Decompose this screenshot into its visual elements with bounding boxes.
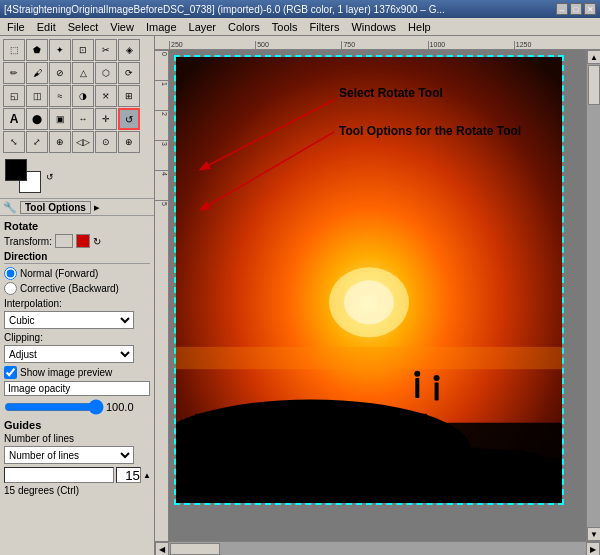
guide-line-input[interactable] bbox=[4, 467, 114, 483]
scale-tool[interactable]: ⤢ bbox=[26, 131, 48, 153]
corrective-backward-option[interactable]: Corrective (Backward) bbox=[4, 282, 150, 295]
guide-angle-input[interactable] bbox=[116, 467, 141, 483]
opacity-value: 100.0 bbox=[106, 401, 134, 413]
menu-item-edit[interactable]: Edit bbox=[32, 20, 61, 34]
by-color-tool[interactable]: ◈ bbox=[118, 39, 140, 61]
move-tool[interactable]: ✛ bbox=[95, 108, 117, 130]
ruler-left-mark-0: 0 bbox=[155, 50, 168, 80]
ruler-left-mark-3: 3 bbox=[155, 140, 168, 170]
menu-item-layer[interactable]: Layer bbox=[184, 20, 222, 34]
ruler-mark-1250: 1250 bbox=[514, 41, 600, 49]
clone-tool[interactable]: ⟳ bbox=[118, 62, 140, 84]
airbrush-tool[interactable]: △ bbox=[72, 62, 94, 84]
smudge-tool[interactable]: ⤧ bbox=[95, 85, 117, 107]
ruler-left: 0 1 2 3 4 5 bbox=[155, 50, 169, 541]
normal-forward-radio[interactable] bbox=[4, 267, 17, 280]
foreground-color-swatch[interactable] bbox=[5, 159, 27, 181]
image-opacity-row: Image opacity bbox=[4, 381, 150, 396]
rotate-tool[interactable]: ↺ bbox=[118, 108, 140, 130]
tool-options-label[interactable]: Tool Options bbox=[20, 201, 91, 214]
scroll-track[interactable] bbox=[587, 64, 600, 527]
eraser-tool[interactable]: ⊘ bbox=[49, 62, 71, 84]
up-arrow-icon[interactable]: ▲ bbox=[143, 471, 151, 480]
scroll-up-button[interactable]: ▲ bbox=[587, 50, 600, 64]
transform-icon-2[interactable] bbox=[76, 234, 90, 248]
h-scroll-track[interactable] bbox=[169, 542, 586, 555]
tool-icon: 🔧 bbox=[3, 201, 17, 214]
transform-icon-1[interactable] bbox=[55, 234, 73, 248]
show-preview-checkbox[interactable] bbox=[4, 366, 17, 379]
ruler-left-mark-5: 5 bbox=[155, 200, 168, 230]
menu-item-file[interactable]: File bbox=[2, 20, 30, 34]
scroll-right-button[interactable]: ▶ bbox=[586, 542, 600, 555]
default-colors-icon[interactable]: ↺ bbox=[46, 172, 54, 182]
shear-tool[interactable]: ⊕ bbox=[49, 131, 71, 153]
direction-radio-group: Normal (Forward) Corrective (Backward) bbox=[4, 267, 150, 295]
color-picker-tool[interactable]: ⊙ bbox=[95, 131, 117, 153]
corrective-backward-radio[interactable] bbox=[4, 282, 17, 295]
interpolation-select[interactable]: Cubic bbox=[4, 311, 134, 329]
clipping-select[interactable]: Adjust bbox=[4, 345, 134, 363]
ruler-top: 250 500 750 1000 1250 bbox=[155, 36, 600, 50]
ruler-left-mark-4: 4 bbox=[155, 170, 168, 200]
window-controls[interactable]: – □ ✕ bbox=[556, 3, 596, 15]
scroll-thumb[interactable] bbox=[588, 65, 600, 105]
opacity-slider[interactable] bbox=[4, 399, 104, 415]
ruler-left-mark-1: 1 bbox=[155, 80, 168, 110]
menu-item-colors[interactable]: Colors bbox=[223, 20, 265, 34]
paintbrush-tool[interactable]: 🖌 bbox=[26, 62, 48, 84]
blur-tool[interactable]: ≈ bbox=[49, 85, 71, 107]
vertical-scrollbar[interactable]: ▲ ▼ bbox=[586, 50, 600, 541]
minimize-button[interactable]: – bbox=[556, 3, 568, 15]
horizontal-scrollbar[interactable]: ◀ ▶ bbox=[155, 541, 600, 555]
menu-item-tools[interactable]: Tools bbox=[267, 20, 303, 34]
scissors-tool[interactable]: ✂ bbox=[95, 39, 117, 61]
close-button[interactable]: ✕ bbox=[584, 3, 596, 15]
ruler-left-marks: 0 1 2 3 4 5 bbox=[155, 50, 168, 230]
dodge-burn-tool[interactable]: ◑ bbox=[72, 85, 94, 107]
transform-row: Transform: ↻ bbox=[4, 234, 150, 248]
heal-tool[interactable]: ◱ bbox=[3, 85, 25, 107]
tool-options-expand-icon[interactable]: ▸ bbox=[94, 201, 100, 214]
canvas-viewport[interactable]: Select Rotate Tool Tool Options for the … bbox=[169, 50, 586, 541]
number-of-lines-select[interactable]: Number of lines bbox=[4, 446, 134, 464]
title-text: [4StraighteningOriginalImageBeforeDSC_07… bbox=[4, 4, 445, 15]
transform-icon-3[interactable]: ↻ bbox=[93, 236, 101, 247]
flip-tool[interactable]: ◁▷ bbox=[72, 131, 94, 153]
scroll-left-button[interactable]: ◀ bbox=[155, 542, 169, 555]
ink-tool[interactable]: ⬡ bbox=[95, 62, 117, 84]
menu-item-image[interactable]: Image bbox=[141, 20, 182, 34]
perspective-clone-tool[interactable]: ◫ bbox=[26, 85, 48, 107]
rotate-section-title: Rotate bbox=[4, 220, 150, 232]
maximize-button[interactable]: □ bbox=[570, 3, 582, 15]
bucket-fill-tool[interactable]: ⬤ bbox=[26, 108, 48, 130]
h-scroll-thumb[interactable] bbox=[170, 543, 220, 555]
magnify-tool[interactable]: ⊕ bbox=[118, 131, 140, 153]
ellipse-select-tool[interactable]: ⬟ bbox=[26, 39, 48, 61]
normal-forward-label: Normal (Forward) bbox=[20, 268, 98, 279]
scroll-down-button[interactable]: ▼ bbox=[587, 527, 600, 541]
menu-item-windows[interactable]: Windows bbox=[346, 20, 401, 34]
show-preview-row[interactable]: Show image preview bbox=[4, 366, 150, 379]
menu-bar: FileEditSelectViewImageLayerColorsToolsF… bbox=[0, 18, 600, 36]
ruler-mark-750: 750 bbox=[341, 41, 427, 49]
pencil-tool[interactable]: ✏ bbox=[3, 62, 25, 84]
text-tool[interactable]: A bbox=[3, 108, 25, 130]
blend-tool[interactable]: ▣ bbox=[49, 108, 71, 130]
normal-forward-option[interactable]: Normal (Forward) bbox=[4, 267, 150, 280]
align-tool[interactable]: ↔ bbox=[72, 108, 94, 130]
ruler-mark-1000: 1000 bbox=[428, 41, 514, 49]
menu-item-filters[interactable]: Filters bbox=[305, 20, 345, 34]
free-select-tool[interactable]: ✦ bbox=[49, 39, 71, 61]
fuzzy-select-tool[interactable]: ⊡ bbox=[72, 39, 94, 61]
rect-select-tool[interactable]: ⬚ bbox=[3, 39, 25, 61]
menu-item-view[interactable]: View bbox=[105, 20, 139, 34]
crop-tool[interactable]: ⤡ bbox=[3, 131, 25, 153]
image-canvas[interactable] bbox=[174, 55, 564, 505]
tool-options-tab[interactable]: 🔧 Tool Options ▸ bbox=[0, 198, 154, 216]
menu-item-help[interactable]: Help bbox=[403, 20, 436, 34]
menu-item-select[interactable]: Select bbox=[63, 20, 104, 34]
toolbox: ⬚ ⬟ ✦ ⊡ ✂ ◈ ✏ 🖌 ⊘ △ ⬡ ⟳ ◱ ◫ ≈ ◑ ⤧ ⊞ A ⬤ … bbox=[0, 36, 155, 555]
sunset-image bbox=[176, 57, 562, 503]
measure-tool[interactable]: ⊞ bbox=[118, 85, 140, 107]
